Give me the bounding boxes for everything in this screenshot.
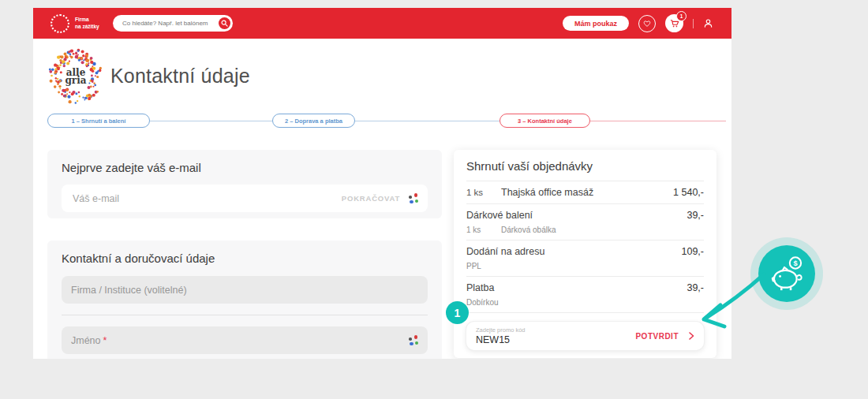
step-1-summary[interactable]: 1 – Shrnutí a balení bbox=[47, 114, 150, 128]
search-icon bbox=[221, 20, 228, 27]
step-connector bbox=[150, 121, 272, 121]
search-box[interactable] bbox=[113, 15, 233, 32]
account-button[interactable] bbox=[702, 17, 714, 30]
piggy-bank-badge: $ bbox=[758, 245, 815, 302]
company-field-placeholder: Firma / Instituce (volitelné) bbox=[71, 285, 187, 296]
order-item-product: 1 ks Thajská office masáž 1 540,- bbox=[466, 181, 704, 204]
heart-icon bbox=[643, 20, 651, 28]
page-title: Kontaktní údaje bbox=[110, 65, 250, 88]
brand-name-line2: na zážitky bbox=[75, 24, 103, 30]
piggy-bank-icon: $ bbox=[765, 252, 808, 295]
left-column: Nejprve zadejte váš e-mail POKRAČOVAT Ko… bbox=[47, 150, 442, 359]
email-input[interactable] bbox=[71, 192, 342, 205]
item-name: Dárkové balení bbox=[466, 210, 680, 221]
item-name: Thajská office masáž bbox=[501, 187, 667, 198]
item-sub-quantity: 1 ks bbox=[466, 226, 501, 234]
item-quantity: 1 ks bbox=[466, 188, 501, 197]
contact-section: Kontaktní a doručovací údaje Firma / Ins… bbox=[47, 241, 442, 359]
allegria-logo: alle gria bbox=[47, 48, 104, 105]
order-summary-title: Shrnutí vaší objednávky bbox=[466, 159, 704, 181]
item-price: 109,- bbox=[682, 246, 705, 257]
topbar-actions: Mám poukaz 1 bbox=[563, 14, 714, 32]
cart-button[interactable]: 1 bbox=[665, 14, 683, 32]
step-3-contact[interactable]: 3 – Kontaktní údaje bbox=[499, 114, 590, 128]
item-sub-name: PPL bbox=[466, 262, 481, 270]
email-section-title: Nejprve zadejte váš e-mail bbox=[62, 161, 428, 174]
item-price: 1 540,- bbox=[673, 187, 704, 198]
checkout-steps: 1 – Shrnutí a balení 2 – Doprava a platb… bbox=[47, 114, 726, 128]
order-item-gift-wrap: Dárkové balení 39,- 1 ks Dárková obálka bbox=[466, 204, 704, 241]
order-summary-card: Shrnutí vaší objednávky 1 ks Thajská off… bbox=[454, 150, 716, 358]
chevron-right-icon[interactable] bbox=[688, 332, 694, 340]
step-connector bbox=[590, 121, 726, 121]
have-voucher-button[interactable]: Mám poukaz bbox=[563, 16, 629, 31]
item-sub-name: Dárková obálka bbox=[501, 226, 556, 234]
svg-text:$: $ bbox=[793, 259, 798, 267]
promo-confirm-button[interactable]: POTVRDIT bbox=[635, 332, 679, 341]
item-sub-name: Dobírkou bbox=[466, 298, 499, 307]
item-price: 39,- bbox=[687, 282, 704, 293]
brand-name[interactable]: Firma na zážitky bbox=[75, 17, 103, 30]
required-mark: * bbox=[103, 335, 107, 346]
promo-code-input[interactable]: NEW15 bbox=[476, 334, 635, 345]
promo-code-label: Zadejte promo kód bbox=[476, 326, 635, 334]
step-2-shipping[interactable]: 2 – Doprava a platba bbox=[272, 114, 355, 128]
order-total: 1 727,- bbox=[466, 357, 704, 359]
logo-text-line2: gria bbox=[65, 76, 86, 84]
item-name: Dodání na adresu bbox=[466, 246, 675, 257]
checkout-page: Firma na zážitky Mám poukaz bbox=[33, 8, 731, 359]
brand-logo-icon[interactable] bbox=[51, 14, 69, 33]
person-icon bbox=[703, 18, 713, 28]
contact-section-title: Kontaktní a doručovací údaje bbox=[62, 252, 428, 265]
top-navigation-bar: Firma na zážitky Mám poukaz bbox=[33, 8, 731, 39]
promo-code-box[interactable]: Zadejte promo kód NEW15 POTVRDIT bbox=[466, 322, 704, 350]
order-item-payment: Platba 39,- Dobírkou bbox=[466, 277, 704, 313]
right-column: Shrnutí vaší objednávky 1 ks Thajská off… bbox=[454, 150, 716, 358]
search-input[interactable] bbox=[121, 19, 219, 28]
search-button[interactable] bbox=[219, 17, 230, 29]
cart-count-badge: 1 bbox=[676, 11, 687, 21]
item-price: 39,- bbox=[687, 210, 704, 221]
continue-button[interactable]: POKRAČOVAT bbox=[342, 194, 400, 203]
allegria-monogram: alle gria bbox=[47, 48, 104, 105]
order-item-delivery: Dodání na adresu 109,- PPL bbox=[466, 241, 704, 277]
brand-name-line1: Firma bbox=[75, 17, 103, 23]
step-connector bbox=[355, 121, 499, 121]
email-input-row: POKRAČOVAT bbox=[62, 185, 428, 212]
autofill-extension-icon[interactable] bbox=[408, 335, 418, 345]
form-divider bbox=[62, 315, 428, 315]
topbar-divider bbox=[693, 19, 694, 28]
company-field[interactable]: Firma / Instituce (volitelné) bbox=[62, 276, 428, 304]
item-name: Platba bbox=[466, 282, 680, 293]
wishlist-button[interactable] bbox=[638, 15, 656, 32]
annotation-step-badge: 1 bbox=[446, 301, 469, 324]
first-name-placeholder: Jméno bbox=[71, 335, 101, 346]
email-section: Nejprve zadejte váš e-mail POKRAČOVAT bbox=[47, 150, 442, 218]
autofill-extension-icon[interactable] bbox=[408, 193, 418, 203]
first-name-field[interactable]: Jméno * bbox=[62, 326, 428, 354]
